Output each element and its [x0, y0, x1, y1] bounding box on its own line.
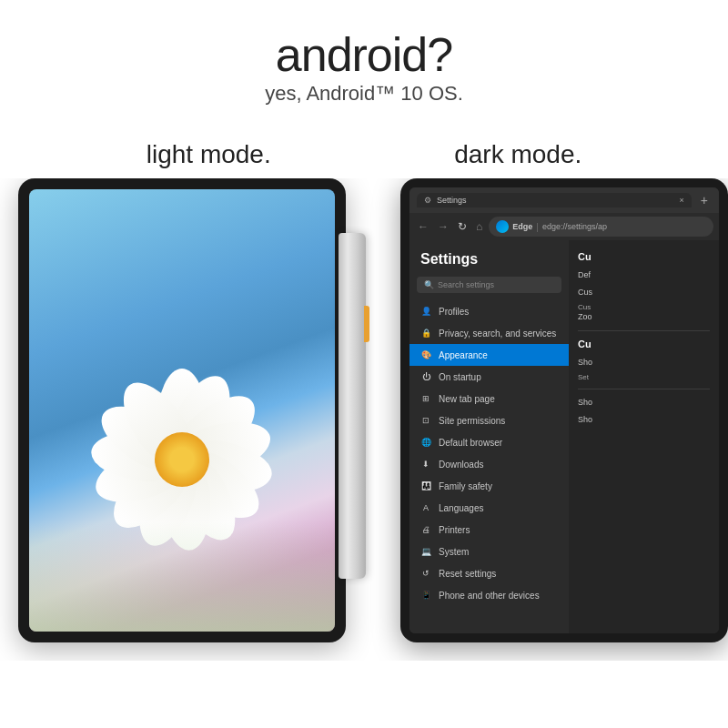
- newtab-label: New tab page: [439, 394, 495, 404]
- settings-menu-privacy[interactable]: 🔒 Privacy, search, and services: [410, 322, 569, 344]
- settings-main-panel: Cu Def Cus Cus Zoo Cu Sho Set Sho Sho: [569, 240, 719, 633]
- search-settings[interactable]: 🔍 Search settings: [417, 277, 561, 293]
- set-item: Set: [578, 373, 710, 381]
- settings-menu-phone[interactable]: 📱 Phone and other devices: [410, 584, 569, 606]
- newtab-icon: ⊞: [420, 393, 431, 404]
- default-browser-icon: 🌐: [420, 437, 431, 448]
- family-icon: 👨‍👩‍👧: [420, 480, 431, 491]
- def-item: Def: [578, 269, 710, 281]
- settings-sidebar: Settings 🔍 Search settings 👤 Profiles 🔒 …: [410, 240, 569, 633]
- settings-menu-profiles[interactable]: 👤 Profiles: [410, 300, 569, 322]
- system-label: System: [439, 547, 469, 557]
- header-section: android? yes, Android™ 10 OS.: [0, 0, 728, 124]
- settings-menu-default-browser[interactable]: 🌐 Default browser: [410, 431, 569, 453]
- forward-button[interactable]: →: [435, 218, 451, 235]
- address-separator: |: [536, 222, 539, 232]
- languages-label: Languages: [439, 503, 484, 513]
- reset-label: Reset settings: [439, 569, 496, 579]
- settings-menu-system[interactable]: 💻 System: [410, 541, 569, 562]
- appearance-icon: 🎨: [420, 349, 431, 360]
- permissions-label: Site permissions: [439, 416, 505, 426]
- sho-item1: Sho: [578, 357, 710, 369]
- new-tab-button[interactable]: +: [697, 193, 712, 207]
- main-title: android?: [0, 27, 728, 82]
- address-url: edge://settings/ap: [542, 222, 607, 231]
- profiles-label: Profiles: [439, 307, 469, 317]
- refresh-button[interactable]: ↻: [455, 218, 470, 235]
- system-icon: 💻: [420, 546, 431, 557]
- settings-menu-languages[interactable]: A Languages: [410, 497, 569, 519]
- settings-menu-newtab[interactable]: ⊞ New tab page: [410, 388, 569, 410]
- phone-label: Phone and other devices: [439, 591, 540, 601]
- browser-window: ⚙ Settings × + ← → ↻ ⌂ Edge | edge://set…: [410, 187, 719, 633]
- family-label: Family safety: [439, 481, 492, 491]
- section2-title: Cu: [578, 339, 710, 349]
- sho-item3: Sho: [578, 397, 710, 409]
- browser-content: Settings 🔍 Search settings 👤 Profiles 🔒 …: [410, 240, 719, 633]
- settings-menu-family[interactable]: 👨‍👩‍👧 Family safety: [410, 475, 569, 497]
- home-button[interactable]: ⌂: [473, 218, 485, 235]
- languages-icon: A: [420, 502, 431, 513]
- back-button[interactable]: ←: [415, 218, 431, 235]
- sub-title: yes, Android™ 10 OS.: [0, 82, 728, 106]
- privacy-label: Privacy, search, and services: [439, 329, 556, 339]
- permissions-icon: ⊡: [420, 415, 431, 426]
- section-divider: [578, 330, 710, 331]
- settings-menu-printers[interactable]: 🖨 Printers: [410, 519, 569, 541]
- default-browser-label: Default browser: [439, 438, 502, 448]
- flower-center: [155, 432, 209, 487]
- address-bar[interactable]: Edge | edge://settings/ap: [489, 217, 713, 237]
- grass-blur: [29, 522, 335, 632]
- section-divider2: [578, 389, 710, 389]
- cus-item2: Cus: [578, 303, 710, 311]
- phone-icon: 📱: [420, 590, 431, 601]
- sho-item4: Sho: [578, 414, 710, 426]
- browser-titlebar: ⚙ Settings × +: [410, 187, 719, 213]
- browser-tab[interactable]: ⚙ Settings ×: [417, 193, 692, 207]
- tablet-screen-light: [29, 189, 335, 632]
- printers-label: Printers: [439, 525, 470, 535]
- dark-mode-label: dark mode.: [454, 140, 581, 169]
- device-side-profile: [339, 233, 366, 579]
- settings-title: Settings: [410, 251, 569, 277]
- mode-labels: light mode. dark mode.: [0, 124, 728, 178]
- light-mode-label: light mode.: [147, 140, 271, 169]
- tab-close-button[interactable]: ×: [680, 196, 684, 205]
- cus-item1: Cus: [578, 287, 710, 298]
- privacy-icon: 🔒: [420, 328, 431, 339]
- browser-tab-label: Settings: [437, 196, 467, 205]
- devices-section: ⚙ Settings × + ← → ↻ ⌂ Edge | edge://set…: [0, 178, 728, 661]
- section1-title: Cu: [578, 251, 710, 262]
- downloads-icon: ⬇: [420, 459, 431, 470]
- settings-menu-appearance[interactable]: 🎨 Appearance: [410, 344, 569, 366]
- browser-dark: ⚙ Settings × + ← → ↻ ⌂ Edge | edge://set…: [400, 178, 728, 642]
- appearance-label: Appearance: [439, 350, 488, 360]
- tab-settings-icon: ⚙: [424, 196, 433, 205]
- downloads-label: Downloads: [439, 460, 483, 470]
- startup-icon: ⏻: [420, 371, 431, 382]
- zoo-item: Zoo: [578, 311, 710, 323]
- printers-icon: 🖨: [420, 524, 431, 535]
- settings-menu-reset[interactable]: ↺ Reset settings: [410, 562, 569, 584]
- device-side-button: [364, 306, 369, 342]
- reset-icon: ↺: [420, 568, 431, 579]
- startup-label: On startup: [439, 372, 481, 382]
- settings-menu-startup[interactable]: ⏻ On startup: [410, 366, 569, 388]
- browser-navbar: ← → ↻ ⌂ Edge | edge://settings/ap: [410, 213, 719, 240]
- tablet-light: [18, 178, 346, 642]
- search-placeholder: Search settings: [438, 280, 494, 289]
- profiles-icon: 👤: [420, 306, 431, 317]
- settings-menu-downloads[interactable]: ⬇ Downloads: [410, 453, 569, 475]
- settings-menu-permissions[interactable]: ⊡ Site permissions: [410, 410, 569, 431]
- edge-label: Edge: [512, 222, 532, 231]
- search-icon: 🔍: [424, 280, 434, 289]
- edge-logo-icon: [496, 220, 509, 233]
